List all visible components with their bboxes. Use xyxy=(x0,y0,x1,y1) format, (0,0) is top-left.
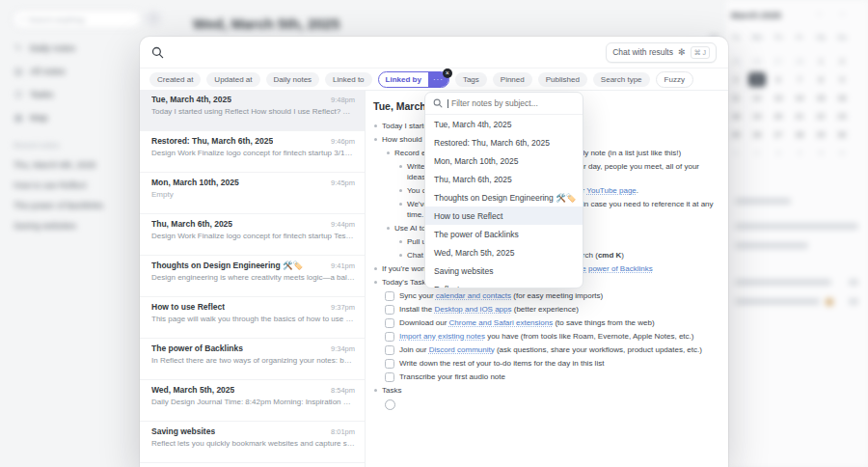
dropdown-item[interactable]: Tue, March 4th, 2025 xyxy=(425,115,583,133)
result-time: 8:01pm xyxy=(331,427,355,436)
dropdown-item[interactable]: Wed, March 5th, 2025 xyxy=(425,243,583,261)
search-icon: ⌕ xyxy=(20,14,24,24)
filter-chips-row: Created atUpdated atDaily notesLinked to… xyxy=(140,69,728,91)
result-row[interactable]: The power of Backlinks9:34pmIn Reflect t… xyxy=(140,339,365,380)
text-cursor xyxy=(448,99,448,108)
calendar-day: 2 xyxy=(748,146,766,160)
calendar-day: 13 xyxy=(770,91,787,105)
note-link[interactable]: Import any existing notes xyxy=(399,332,485,341)
dropdown-item[interactable]: The power of Backlinks xyxy=(425,225,583,243)
result-title: Thu, March 6th, 2025 xyxy=(151,219,232,229)
dropdown-item[interactable]: How to use Reflect xyxy=(425,206,583,225)
note-text: ) xyxy=(621,251,624,260)
dropdown-item[interactable]: Reflect xyxy=(425,280,583,288)
calendar-next-icon: › xyxy=(841,10,844,18)
reflect-app: Wed, March 5th, 2025 ⌕ Search anything ◔… xyxy=(0,0,868,467)
sidebar-item-daily-notes: ✎Daily notes xyxy=(14,42,75,53)
calendar-title: March 2025 xyxy=(731,10,781,20)
filter-chip-search-type[interactable]: Search type xyxy=(593,72,650,87)
modal-search-input[interactable] xyxy=(172,46,598,58)
calendar-weekday: Th xyxy=(768,33,789,41)
note-line-text: Sync your calendar and contacts (for eas… xyxy=(399,290,719,301)
result-row-header: Tue, March 4th, 20259:48pm xyxy=(151,95,355,104)
checkbox[interactable] xyxy=(385,291,394,301)
dropdown-search-row[interactable] xyxy=(425,93,583,115)
calendar-day: 26 xyxy=(748,127,766,142)
bullet-icon xyxy=(399,165,402,168)
filter-chip-tags[interactable]: Tags xyxy=(455,72,487,87)
note-line: Download our Chrome and Safari extension… xyxy=(384,316,719,329)
checkbox[interactable] xyxy=(385,345,394,355)
notifications-icon: ◔ xyxy=(145,10,162,27)
checkbox[interactable] xyxy=(385,318,394,328)
bullet-icon xyxy=(374,138,377,141)
task-radio[interactable] xyxy=(385,399,395,410)
result-row[interactable]: How to use Reflect9:37pmThis page will w… xyxy=(140,297,365,339)
calendar-day: 25 xyxy=(727,54,745,69)
note-text: (ask questions, share your workflows, pr… xyxy=(495,345,702,354)
result-time: 9:46pm xyxy=(331,137,355,146)
filter-chip-linked-by[interactable]: Linked by···× xyxy=(378,71,449,88)
sidebar-item-label: Tasks xyxy=(30,89,53,99)
notes-icon: ▤ xyxy=(14,67,23,76)
result-snippet: Today I started using Reflect How should… xyxy=(151,107,355,116)
sidebar-item-label: Map xyxy=(30,112,47,123)
dropdown-item[interactable]: Restored: Thu, March 6th, 2025 xyxy=(425,133,583,151)
dropdown-item[interactable]: Thu, March 6th, 2025 xyxy=(425,170,583,188)
note-link[interactable]: calendar and contacts xyxy=(436,291,511,300)
checkbox[interactable] xyxy=(385,372,394,382)
note-text: Join our xyxy=(399,345,429,354)
dropdown-item[interactable]: Saving websites xyxy=(425,261,583,280)
bullet-icon xyxy=(399,189,402,192)
filter-chip-linked-to[interactable]: Linked to xyxy=(325,72,371,87)
blurred-line xyxy=(735,279,831,286)
dropdown-item[interactable]: Mon, March 10th, 2025 xyxy=(425,151,583,170)
result-row[interactable]: Tue, March 4th, 20259:48pmToday I starte… xyxy=(140,90,365,131)
chat-with-results-button[interactable]: Chat with results ✻ ⌘ J xyxy=(606,42,717,63)
note-line-text: Import any existing notes you have (from… xyxy=(399,331,719,342)
checkbox[interactable] xyxy=(385,305,394,315)
dropdown-item[interactable]: Thoughts on Design Engineering 🛠️🏷️ xyxy=(425,188,583,206)
result-row[interactable]: Restored: Thu, March 6th, 20259:46pmDesi… xyxy=(140,131,365,173)
bullet-icon xyxy=(387,151,390,154)
note-text: you have (from tools like Roam, Evernote… xyxy=(485,332,694,341)
filter-chip-fuzzy[interactable]: Fuzzy xyxy=(656,71,693,88)
filter-chip-pinned[interactable]: Pinned xyxy=(493,72,532,87)
result-row-header: The power of Backlinks9:34pm xyxy=(151,343,355,353)
note-text: (to save things from the web) xyxy=(553,318,654,327)
shortcut-key: ⌘ J xyxy=(691,46,710,59)
result-row[interactable]: Wed, March 5th, 20258:54pmDaily Design J… xyxy=(140,380,365,422)
calendar-day: 5 xyxy=(748,72,766,87)
note-link[interactable]: Discord community xyxy=(429,345,495,354)
calendar-day: 28 xyxy=(791,54,808,69)
filter-chip-daily-notes[interactable]: Daily notes xyxy=(266,72,320,87)
blurred-emoji xyxy=(826,298,833,306)
result-title: Restored: Thu, March 6th, 2025 xyxy=(151,136,273,146)
result-row[interactable]: Reflect8:01pmtype: #company domain: refl… xyxy=(140,463,365,467)
close-icon[interactable]: × xyxy=(443,69,452,78)
filter-chip-created-at[interactable]: Created at xyxy=(149,72,201,87)
dropdown-filter-input[interactable] xyxy=(451,98,575,108)
pencil-icon: ✎ xyxy=(14,43,23,53)
filter-chip-updated-at[interactable]: Updated at xyxy=(206,72,259,87)
result-row[interactable]: Thoughts on Design Engineering 🛠️🏷️9:41p… xyxy=(140,256,365,297)
note-line-text: Download our Chrome and Safari extension… xyxy=(399,317,719,328)
blurred-line xyxy=(735,242,808,249)
result-row[interactable]: Mon, March 10th, 20259:45pmEmpty xyxy=(140,173,365,214)
result-row[interactable]: Saving websites8:01pmReflect lets you qu… xyxy=(140,422,365,463)
calendar-weekday: We xyxy=(746,33,768,41)
checkbox[interactable] xyxy=(385,359,394,369)
search-icon xyxy=(433,98,443,108)
checkbox[interactable] xyxy=(385,332,394,342)
note-link[interactable]: Chrome and Safari extensions xyxy=(449,318,554,327)
result-row[interactable]: Thu, March 6th, 20259:44pmDesign Work Fi… xyxy=(140,214,365,256)
calendar-prev-icon: ‹ xyxy=(818,10,821,18)
result-row-header: Thoughts on Design Engineering 🛠️🏷️9:41p… xyxy=(151,261,355,270)
note-link[interactable]: Desktop and iOS apps xyxy=(434,305,511,314)
filter-chip-published[interactable]: Published xyxy=(538,72,587,87)
result-snippet: Design Work Finalize logo concept for fi… xyxy=(151,232,355,240)
note-link[interactable]: The power of Backlinks xyxy=(573,264,653,273)
calendar-day: 25 xyxy=(727,127,745,142)
search-icon xyxy=(151,46,164,59)
note-link[interactable]: YouTube page xyxy=(586,186,636,195)
